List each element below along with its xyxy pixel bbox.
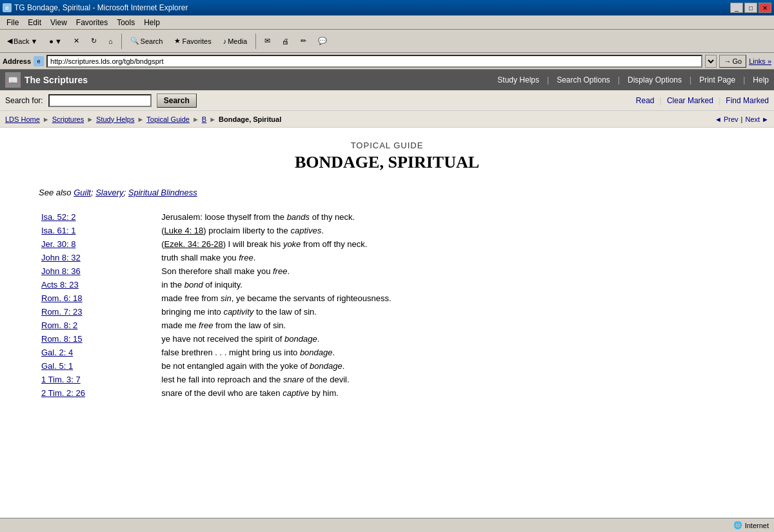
clear-marked-button[interactable]: Clear Marked [667,96,713,105]
go-button[interactable]: → Go [719,55,746,68]
mail-button[interactable]: ✉ [260,32,275,50]
stop-button[interactable]: ✕ [69,32,84,50]
table-row: Isa. 52: 2 Jerusalem: loose thyself from… [39,210,735,224]
close-button[interactable]: ✕ [759,3,771,13]
print-button[interactable]: 🖨 [277,32,293,50]
maximize-button[interactable]: □ [744,3,757,13]
table-row: Rom. 8: 15 ye have not received the spir… [39,332,735,346]
breadcrumb-lds-home[interactable]: LDS Home [5,115,40,123]
breadcrumb-topical-guide[interactable]: Topical Guide [146,115,190,123]
scripture-ref[interactable]: Rom. 7: 23 [39,305,159,319]
breadcrumb-scriptures[interactable]: Scriptures [52,115,84,123]
scripture-ref[interactable]: Jer. 30: 8 [39,237,159,251]
scripture-ref[interactable]: Rom. 8: 15 [39,332,159,346]
back-dropdown-icon: ▼ [30,37,37,45]
menu-edit[interactable]: Edit [24,17,45,28]
scripture-ref[interactable]: John 8: 36 [39,264,159,278]
address-dropdown[interactable] [705,55,717,68]
media-button[interactable]: ♪ Media [219,32,252,50]
scripture-ref[interactable]: Rom. 8: 2 [39,319,159,332]
internet-icon: 🌐 [733,521,742,529]
scripture-text: lest he fall into reproach and the snare… [159,373,735,386]
table-row: Gal. 5: 1 be not entangled again with th… [39,359,735,373]
scripture-ref[interactable]: Acts 8: 23 [39,278,159,291]
nav-divider-4: | [743,75,745,84]
zone-label: Internet [745,522,769,529]
menu-file[interactable]: File [3,17,23,28]
home-icon: ⌂ [108,37,113,45]
edit-toolbar-button[interactable]: ✏ [296,32,311,50]
main-content: TOPICAL GUIDE BONDAGE, SPIRITUAL See als… [0,128,774,518]
next-button[interactable]: Next ► [745,115,769,123]
scripture-text: ye have not received the spirit of bonda… [159,332,735,346]
table-row: 1 Tim. 3: 7 lest he fall into reproach a… [39,373,735,386]
table-row: John 8: 32 truth shall make you free. [39,251,735,264]
nav-divider-3: | [690,75,691,84]
search-label: Search for: [5,96,43,105]
breadcrumb-b[interactable]: B [202,115,206,123]
see-also-slavery[interactable]: Slavery [95,188,123,197]
breadcrumb-sep-2: ► [86,115,94,123]
print-icon: 🖨 [282,37,289,45]
mail-icon: ✉ [264,37,270,45]
scripture-ref[interactable]: 1 Tim. 3: 7 [39,373,159,386]
scripture-table: Isa. 52: 2 Jerusalem: loose thyself from… [39,210,735,400]
forward-icon: ● [49,37,54,45]
prev-button[interactable]: ◄ Prev [715,115,739,123]
links-button[interactable]: Links » [749,57,771,65]
search-options-link[interactable]: Search Options [557,75,610,84]
search-input[interactable] [48,94,152,107]
read-area: Read | Clear Marked | Find Marked [202,95,769,105]
toolbar-separator-2 [255,34,256,49]
breadcrumb-study-helps[interactable]: Study Helps [96,115,134,123]
menu-help[interactable]: Help [140,17,164,28]
favorites-button[interactable]: ★ Favorites [170,32,215,50]
see-also: See also Guilt; Slavery; Spiritual Blind… [39,188,735,197]
address-input[interactable] [46,55,702,68]
search-toolbar-button[interactable]: 🔍 Search [126,32,168,50]
scripture-ref[interactable]: Rom. 6: 18 [39,291,159,305]
menu-favorites[interactable]: Favorites [72,17,112,28]
breadcrumb-sep-1: ► [43,115,50,123]
back-button[interactable]: ◀ Back ▼ [3,32,42,50]
minimize-button[interactable]: _ [730,3,743,13]
scripture-text: bringing me into captivity to the law of… [159,305,735,319]
home-button[interactable]: ⌂ [104,32,117,50]
scripture-text: (Luke 4: 18) proclaim liberty to the cap… [159,224,735,237]
media-icon: ♪ [223,37,227,45]
edit-icon: ✏ [301,37,306,45]
breadcrumb: LDS Home ► Scriptures ► Study Helps ► To… [5,115,281,123]
breadcrumb-sep-5: ► [209,115,216,123]
find-marked-button[interactable]: Find Marked [726,96,769,105]
nav-divider-1: | [547,75,549,84]
forward-button[interactable]: ● ▼ [45,32,66,50]
see-also-guilt[interactable]: Guilt [74,188,91,197]
scripture-ref[interactable]: John 8: 32 [39,251,159,264]
menu-tools[interactable]: Tools [113,17,139,28]
see-also-spiritual-blindness[interactable]: Spiritual Blindness [128,188,197,197]
scripture-ref[interactable]: Isa. 61: 1 [39,224,159,237]
search-button[interactable]: Search [157,94,197,108]
messenger-button[interactable]: 💬 [313,32,332,50]
scripture-text: Son therefore shall make you free. [159,264,735,278]
scripture-text: made free from sin, ye became the servan… [159,291,735,305]
print-page-link[interactable]: Print Page [699,75,735,84]
menu-view[interactable]: View [46,17,71,28]
scripture-text: in the bond of iniquity. [159,278,735,291]
scripture-ref[interactable]: 2 Tim. 2: 26 [39,386,159,400]
scripture-ref[interactable]: Isa. 52: 2 [39,210,159,224]
table-row: Rom. 6: 18 made free from sin, ye became… [39,291,735,305]
page-nav-left: 📖 The Scriptures [5,72,88,88]
display-options-link[interactable]: Display Options [628,75,682,84]
status-zone: 🌐 Internet [733,521,769,529]
scripture-ref[interactable]: Gal. 5: 1 [39,359,159,373]
nav-divider-2: | [618,75,620,84]
scripture-ref[interactable]: Gal. 2: 4 [39,346,159,359]
table-row: 2 Tim. 2: 26 snare of the devil who are … [39,386,735,400]
help-link[interactable]: Help [753,75,769,84]
page-nav-links: Study Helps | Search Options | Display O… [497,75,769,84]
study-helps-link[interactable]: Study Helps [497,75,539,84]
read-button[interactable]: Read [636,96,655,105]
forward-dropdown-icon: ▼ [55,37,62,45]
refresh-button[interactable]: ↻ [86,32,101,50]
